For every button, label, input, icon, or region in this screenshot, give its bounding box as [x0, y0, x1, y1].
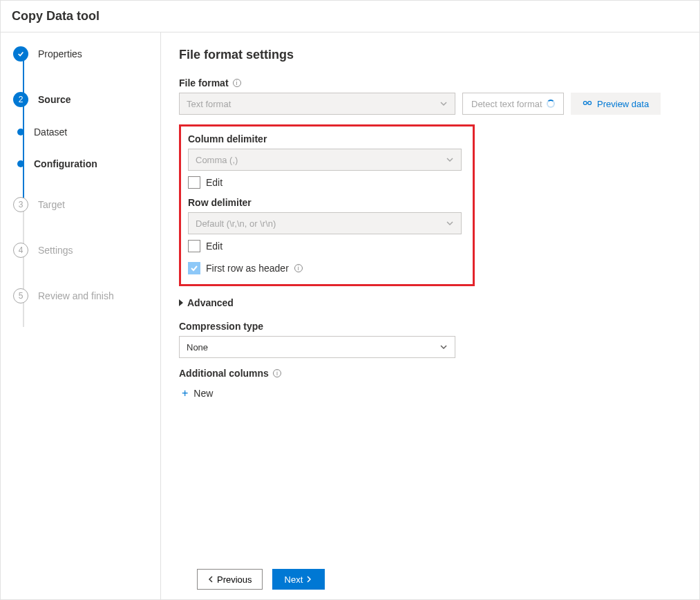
step-label: Source: [38, 94, 70, 105]
compression-value: None: [187, 342, 208, 353]
next-label: Next: [285, 574, 303, 585]
step-number-badge: 4: [13, 243, 28, 258]
file-format-select[interactable]: Text format: [179, 93, 455, 115]
add-column-button[interactable]: + New: [179, 383, 681, 404]
step-number-badge: 5: [13, 288, 28, 303]
preview-icon: [582, 99, 593, 109]
chevron-down-icon: [446, 219, 454, 227]
substep-dot-icon: [17, 160, 24, 167]
step-label: Settings: [38, 245, 73, 256]
step-number-badge: 2: [13, 92, 28, 107]
row-delimiter-select[interactable]: Default (\r,\n, or \r\n): [188, 212, 462, 234]
edit-label: Edit: [206, 241, 223, 252]
chevron-left-icon: [207, 574, 214, 585]
main-panel: File format settings File format i Text …: [161, 32, 699, 599]
step-label: Target: [38, 199, 65, 210]
triangle-right-icon: [179, 299, 183, 306]
column-delimiter-label: Column delimiter: [188, 133, 267, 144]
wizard-step-properties[interactable]: Properties: [13, 46, 160, 92]
svg-point-1: [588, 101, 592, 104]
chevron-right-icon: [305, 574, 312, 585]
column-delimiter-edit-checkbox[interactable]: [188, 176, 200, 189]
advanced-toggle[interactable]: Advanced: [179, 297, 681, 308]
compression-select[interactable]: None: [179, 336, 455, 358]
step-label: Review and finish: [38, 290, 114, 301]
wizard-step-target[interactable]: 3 Target: [13, 197, 160, 243]
wizard-substep-dataset[interactable]: Dataset: [13, 126, 160, 158]
plus-icon: +: [182, 387, 188, 400]
wizard-step-review[interactable]: 5 Review and finish: [13, 288, 160, 303]
wizard-footer: Previous Next: [179, 559, 681, 599]
edit-label: Edit: [206, 177, 223, 188]
svg-point-0: [583, 101, 587, 104]
chevron-down-icon: [446, 156, 454, 164]
page-title: File format settings: [179, 48, 681, 62]
step-label: Properties: [38, 48, 82, 59]
chevron-down-icon: [439, 100, 448, 108]
first-row-header-label: First row as header: [206, 263, 289, 274]
preview-label: Preview data: [597, 99, 649, 109]
substep-dot-icon: [17, 129, 24, 135]
delimiter-highlight-box: Column delimiter Comma (,) Edit Row deli…: [179, 124, 475, 286]
info-icon[interactable]: i: [233, 79, 241, 87]
check-icon: [13, 46, 28, 62]
advanced-label: Advanced: [187, 297, 234, 308]
substep-label: Configuration: [34, 158, 97, 169]
info-icon[interactable]: i: [294, 264, 303, 272]
wizard-step-source[interactable]: 2 Source: [13, 92, 160, 126]
previous-label: Previous: [217, 574, 252, 585]
first-row-header-checkbox[interactable]: [188, 262, 200, 274]
detect-label: Detect text format: [471, 99, 542, 109]
previous-button[interactable]: Previous: [197, 569, 263, 590]
compression-group: Compression type None: [179, 321, 681, 358]
substep-label: Dataset: [34, 126, 67, 138]
compression-label: Compression type: [179, 321, 263, 332]
row-delimiter-label: Row delimiter: [188, 197, 252, 208]
file-format-label: File format: [179, 77, 229, 88]
file-format-group: File format i Text format Detect text fo…: [179, 77, 681, 115]
file-format-value: Text format: [187, 99, 231, 109]
column-delimiter-value: Comma (,): [196, 155, 238, 165]
step-number-badge: 3: [13, 197, 28, 212]
spinner-icon: [547, 100, 555, 108]
additional-columns-label: Additional columns: [179, 368, 269, 379]
row-delimiter-value: Default (\r,\n, or \r\n): [196, 218, 276, 229]
new-label: New: [193, 388, 213, 399]
row-delimiter-edit-checkbox[interactable]: [188, 240, 200, 252]
app-title: Copy Data tool: [1, 1, 699, 32]
column-delimiter-select[interactable]: Comma (,): [188, 149, 462, 171]
preview-data-button[interactable]: Preview data: [571, 93, 661, 115]
additional-columns-group: Additional columns i + New: [179, 368, 681, 404]
info-icon[interactable]: i: [273, 369, 281, 377]
detect-format-button[interactable]: Detect text format: [462, 93, 564, 115]
chevron-down-icon: [439, 343, 448, 351]
wizard-sidebar: Properties 2 Source Dataset Configuratio…: [1, 32, 161, 599]
next-button[interactable]: Next: [272, 569, 325, 590]
wizard-substep-configuration[interactable]: Configuration: [13, 158, 160, 197]
wizard-step-settings[interactable]: 4 Settings: [13, 243, 160, 288]
